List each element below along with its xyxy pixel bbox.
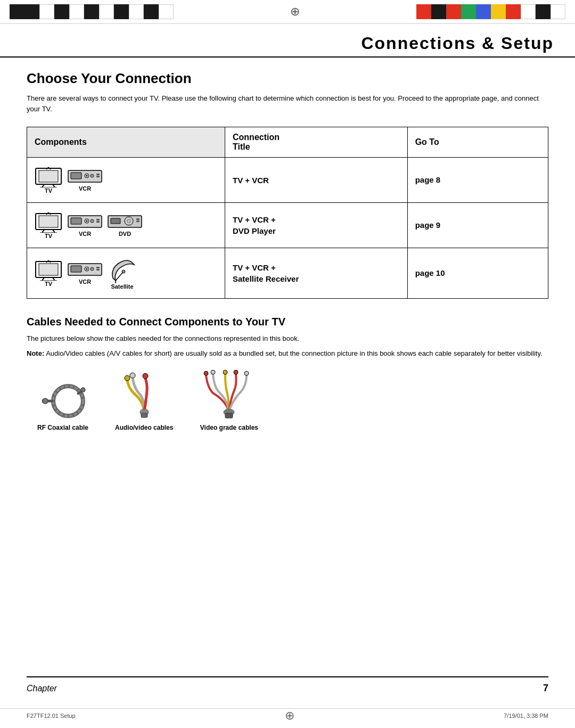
svg-point-68 — [223, 370, 227, 374]
white-block-3 — [99, 4, 114, 19]
tv-wrapper-3: TV — [35, 259, 62, 287]
svg-point-48 — [92, 268, 93, 269]
crosshair-bottom: ⊕ — [285, 709, 294, 723]
svg-point-57 — [43, 398, 48, 404]
svg-rect-49 — [96, 267, 100, 268]
svg-point-70 — [244, 371, 249, 375]
goto-cell-1: page 8 — [407, 158, 548, 203]
black-block-3 — [54, 4, 69, 19]
tv-wrapper-2: TV — [35, 211, 62, 239]
tv-wrapper-1: TV — [35, 166, 62, 194]
svg-point-52 — [122, 270, 125, 273]
goto-text-1: page 8 — [415, 175, 441, 184]
choose-connection-title: Choose Your Connection — [27, 70, 548, 87]
bottom-meta-bar: F27TF12.01 Setup ⊕ 7/19/01, 3:38 PM — [0, 708, 575, 723]
tv-label-2: TV — [45, 233, 52, 239]
tv-icon-3 — [35, 259, 62, 281]
svg-rect-34 — [136, 218, 139, 220]
white-block-5 — [159, 4, 174, 19]
vcr-label-2: VCR — [79, 231, 91, 237]
cables-section-title: Cables Needed to Connect Components to Y… — [27, 316, 548, 328]
svg-rect-8 — [71, 173, 81, 179]
cables-images: RF Coaxial cable — [27, 369, 548, 431]
connection-title-text-3: TV + VCR +Satellite Receiver — [233, 263, 299, 283]
svg-rect-31 — [111, 218, 120, 224]
table-row: TV — [27, 203, 548, 248]
vcr-label-3: VCR — [79, 279, 91, 285]
col-header-components: Components — [27, 127, 225, 158]
black-block-2 — [24, 4, 39, 19]
green-block — [461, 4, 476, 19]
footer-area: Chapter 7 — [0, 676, 575, 696]
tv-icon-2 — [35, 211, 62, 233]
main-content: Choose Your Connection There are several… — [0, 58, 575, 431]
vcr-wrapper-1: VCR — [68, 168, 102, 192]
white-block-r2 — [551, 4, 565, 19]
svg-rect-65 — [141, 413, 147, 418]
vcr-icon-1 — [68, 168, 102, 185]
svg-rect-28 — [96, 219, 100, 220]
av-cable-image — [118, 372, 171, 420]
white-block-4 — [129, 4, 144, 19]
rf-cable-image — [39, 377, 87, 420]
left-color-blocks — [10, 4, 174, 19]
top-color-bar: ⊕ — [0, 0, 575, 24]
components-cell-3: TV — [27, 248, 225, 299]
red-block-1 — [416, 4, 431, 19]
black-block-r2 — [536, 4, 551, 19]
goto-cell-2: page 9 — [407, 203, 548, 248]
note-text: Audio/Video cables (A/V cables for short… — [46, 349, 542, 357]
connection-table: Components ConnectionTitle Go To — [27, 127, 548, 299]
svg-rect-13 — [96, 174, 100, 175]
vg-cable-image — [200, 369, 258, 420]
col-header-connection-title: ConnectionTitle — [225, 127, 408, 158]
black-block-5 — [114, 4, 129, 19]
vcr-icon-2 — [68, 214, 102, 231]
svg-rect-14 — [96, 176, 100, 177]
svg-point-62 — [130, 373, 135, 378]
cables-note: Note: Audio/Video cables (A/V cables for… — [27, 348, 548, 359]
intro-paragraph: There are several ways to connect your T… — [27, 93, 548, 114]
page-header: Connections & Setup — [0, 24, 575, 58]
svg-point-69 — [234, 370, 238, 374]
vg-cable-label: Video grade cables — [200, 424, 258, 431]
vcr-label-1: VCR — [79, 185, 91, 192]
vcr-wrapper-3: VCR — [68, 261, 102, 285]
black-block-1 — [10, 4, 24, 19]
black-block-r1 — [431, 4, 446, 19]
tv-label-3: TV — [45, 281, 52, 287]
dvd-icon — [108, 214, 142, 231]
cables-intro: The pictures below show the cables neede… — [27, 333, 548, 344]
connection-title-text-1: TV + VCR — [233, 176, 269, 185]
svg-point-46 — [86, 268, 88, 270]
svg-point-12 — [92, 175, 93, 176]
footer-page-num: 7 — [543, 683, 548, 694]
crosshair-top: ⊕ — [290, 5, 300, 19]
cable-item-rf: RF Coaxial cable — [37, 377, 88, 431]
connection-title-text-2: TV + VCR +DVD Player — [233, 215, 276, 235]
svg-rect-23 — [71, 218, 81, 224]
footer-chapter: Chapter — [27, 684, 57, 693]
satellite-wrapper: Satellite — [108, 257, 137, 290]
svg-rect-35 — [136, 220, 139, 222]
rf-cable-label: RF Coaxial cable — [37, 424, 88, 431]
goto-text-2: page 9 — [415, 220, 441, 230]
svg-point-60 — [81, 388, 85, 392]
blue-block — [476, 4, 491, 19]
svg-rect-1 — [39, 170, 58, 182]
svg-point-33 — [127, 219, 130, 223]
svg-point-55 — [53, 386, 83, 416]
cables-section: Cables Needed to Connect Components to Y… — [27, 316, 548, 431]
cable-item-vg: Video grade cables — [200, 369, 258, 431]
satellite-label: Satellite — [111, 283, 133, 290]
red-block-3 — [506, 4, 521, 19]
components-cell-1: TV — [27, 158, 225, 203]
svg-rect-50 — [96, 269, 100, 271]
col-header-connection-label: ConnectionTitle — [233, 133, 280, 151]
note-prefix: Note: — [27, 349, 44, 357]
goto-text-3: page 10 — [415, 268, 445, 277]
meta-left: F27TF12.01 Setup — [27, 713, 76, 719]
svg-point-66 — [204, 371, 208, 375]
connection-title-cell-3: TV + VCR +Satellite Receiver — [225, 248, 408, 299]
svg-rect-72 — [225, 413, 233, 418]
